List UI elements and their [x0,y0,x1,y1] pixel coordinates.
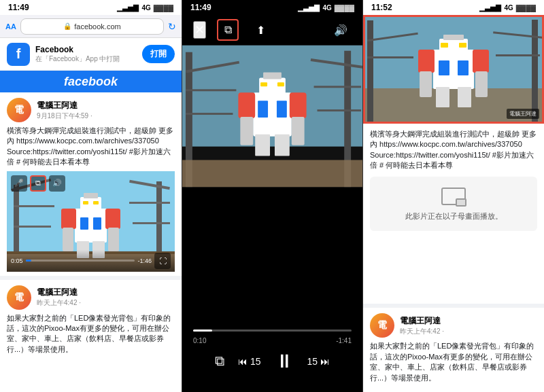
panel3-post-time-2: 昨天上午4:42 · [400,327,444,336]
progress-bar[interactable] [26,260,135,262]
video-mic-button[interactable]: 🎤 [11,175,27,192]
svg-rect-39 [277,82,284,86]
upload-toolbar-icon: ⬆ [256,24,265,37]
svg-rect-65 [420,71,432,97]
svg-rect-64 [473,50,489,73]
svg-rect-41 [277,101,287,118]
signal-icon-2: ▁▃▅▇ [298,4,320,12]
svg-rect-32 [186,113,233,115]
svg-rect-59 [441,43,448,48]
pip-toolbar-icon: ⧉ [224,24,232,36]
status-bar-2: 11:49 ▁▃▅▇ 4G ▓▓▓▓ [182,0,362,15]
video-bottom-bar: 0:05 -1:46 ⛶ [11,253,171,269]
svg-rect-14 [83,201,88,204]
feed-item-1: 電 電腦王阿達 9月18日下午4:59 · 橫濱等身大鋼彈完成組裝進行測試中，超… [0,92,182,280]
volume-toolbar-icon: 🔊 [334,24,347,37]
video-pip-button[interactable]: ⧉ [30,175,46,192]
svg-rect-38 [260,82,267,86]
post-time-2: 昨天上午4:42 · [37,298,81,308]
svg-rect-21 [108,228,119,251]
svg-rect-37 [263,72,282,79]
feed-header-1: 電 電腦王阿達 9月18日下午4:59 · [7,98,175,122]
panel3-feed-item-2: 電 電腦王阿達 昨天上午4:42 · 如果大家對之前的「LED像素發光背包」有印… [363,304,544,392]
panel2-video[interactable] [182,45,362,188]
refresh-button[interactable]: ↻ [168,21,176,32]
battery-icon-2: ▓▓▓▓ [335,4,354,12]
rewind-button[interactable]: ⏮ 15 [238,356,260,367]
status-bar-1: 11:49 ▁▃▅▇ 4G ▓▓▓▓ [0,0,182,15]
svg-rect-60 [459,43,466,48]
svg-rect-66 [475,71,488,97]
pip-toolbar-button[interactable]: ⧉ [217,19,239,41]
status-time-1: 11:49 [8,3,29,12]
panel3-post-text-2: 如果大家對之前的「LED像素發光背包」有印象的話，這次的Pixoo-Max有更多… [370,341,537,383]
svg-rect-19 [105,209,120,229]
svg-rect-17 [93,217,101,230]
panel3-video-preview[interactable]: 電腦王阿達 [363,15,544,124]
volume-toolbar-button[interactable]: 🔊 [330,19,352,41]
status-time-2: 11:49 [190,3,211,12]
panel3-author-info-2: 電腦王阿達 昨天上午4:42 · [400,315,444,336]
fb-header: facebook [0,71,182,92]
author-name-1: 電腦王阿達 [37,100,92,111]
panel2-video-svg [182,45,362,188]
video-volume-button[interactable]: 🔊 [49,175,65,192]
panel2-playback-controls: 0:10 -1:41 ⧉ ⏮ 15 ⏸ 15 ⏭ [182,324,362,392]
pip-notice-text: 此影片正在以子母畫面播放。 [405,211,503,221]
url-box[interactable]: 🔒 facebook.com [20,18,164,35]
panel3-post-text-1: 橫濱等身大鋼彈完成組裝進行測試中，超級帥 更多內 https://www.koc… [370,129,537,171]
avatar-img-1: 電 [7,98,31,122]
svg-rect-62 [458,60,469,75]
wifi-icon-2: 4G [322,4,331,12]
video-controls-overlay: 0:05 -1:46 ⛶ [7,250,175,272]
panel-3: 11:52 ▁▃▅▇ 4G ▓▓▓▓ [363,0,544,392]
watermark: 電腦王阿達 [507,109,539,119]
svg-rect-30 [186,89,236,91]
video-player-1[interactable]: 🎤 ⧉ 🔊 0:05 -1:46 ⛶ [7,171,175,272]
svg-rect-7 [14,226,51,228]
avatar-img-2: 電 [7,285,31,310]
svg-rect-12 [80,197,101,212]
lock-icon: 🔒 [63,22,71,30]
playback-progress[interactable] [193,329,352,332]
svg-rect-68 [458,87,471,107]
status-bar-3: 11:52 ▁▃▅▇ 4G ▓▓▓▓ [363,0,544,15]
status-icons-3: ▁▃▅▇ 4G ▓▓▓▓ [479,4,536,12]
playback-progress-fill [193,329,212,332]
svg-rect-61 [439,60,449,75]
upload-toolbar-button[interactable]: ⬆ [250,19,271,41]
video-top-controls: 🎤 ⧉ 🔊 [11,175,65,192]
svg-rect-50 [367,20,373,122]
playback-times: 0:10 -1:41 [193,337,352,344]
pip-icon-small [456,198,466,207]
battery-icon-1: ▓▓▓▓ [154,4,173,12]
play-pause-button[interactable]: ⏸ [275,350,294,372]
video-fullscreen-button[interactable]: ⛶ [154,253,171,269]
aa-button[interactable]: AA [5,22,16,31]
svg-rect-20 [63,228,73,251]
author-info-1: 電腦王阿達 9月18日下午4:59 · [37,100,92,121]
svg-rect-45 [292,117,305,145]
svg-rect-36 [259,77,286,96]
open-button[interactable]: 打開 [142,45,175,63]
svg-rect-47 [275,135,290,156]
status-time-3: 11:52 [371,3,392,12]
address-bar: AA 🔒 facebook.com ↻ [0,15,182,38]
post-text-2: 如果大家對之前的「LED像素發光背包」有印象的話，這次的Pixoo-Max有更多… [7,313,175,355]
fb-wordmark: facebook [64,75,118,89]
panel2-toolbar: ✕ ⧉ ⬆ 🔊 [182,15,362,45]
close-button[interactable]: ✕ [193,21,206,39]
fb-app-banner: f Facebook 在「Facebook」App 中打開 打開 [0,38,182,71]
avatar-2: 電 [7,285,31,310]
status-icons-2: ▁▃▅▇ 4G ▓▓▓▓ [298,4,354,12]
svg-rect-58 [443,35,464,40]
svg-rect-42 [238,92,255,118]
app-subtitle: 在「Facebook」App 中打開 [35,54,137,64]
playback-total-time: -1:41 [336,337,352,344]
svg-rect-44 [240,117,253,145]
forward-button[interactable]: 15 ⏭ [307,356,330,367]
pip-playback-button[interactable]: ⧉ [215,353,224,369]
panel3-content: 橫濱等身大鋼彈完成組裝進行測試中，超級帥 更多內 https://www.koc… [363,124,544,304]
feed-header-2: 電 電腦王阿達 昨天上午4:42 · [7,285,175,310]
svg-rect-55 [496,54,540,56]
